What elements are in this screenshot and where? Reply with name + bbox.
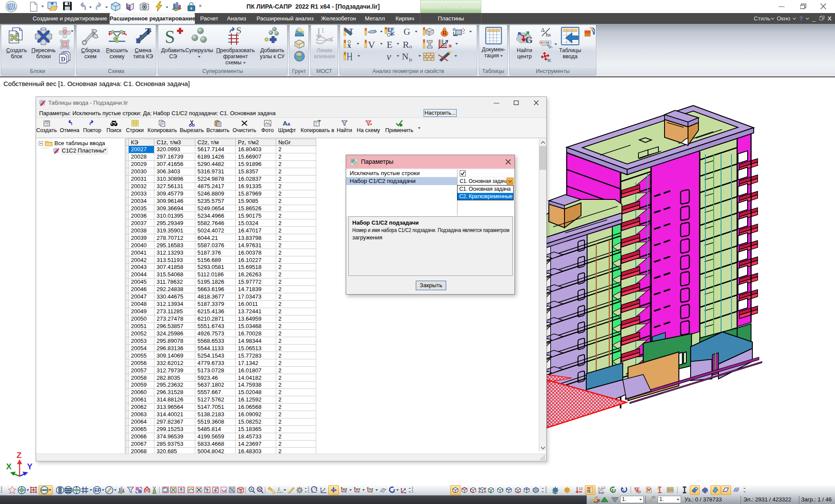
svg-text:12: 12 — [314, 487, 317, 490]
svg-text:1: 1 — [341, 486, 343, 490]
svg-text:E: E — [387, 39, 392, 50]
svg-text:1.24: 1.24 — [598, 492, 604, 494]
svg-text:G: G — [525, 34, 533, 45]
svg-text:Z: Z — [17, 451, 22, 460]
svg-text:A: A — [283, 119, 287, 127]
svg-text:1.2: 1.2 — [601, 486, 605, 489]
svg-text:a: a — [287, 121, 291, 126]
svg-text:Б: Б — [588, 491, 589, 493]
svg-text:1: 1 — [321, 27, 324, 34]
svg-text:D: D — [61, 56, 65, 63]
svg-text:σ: σ — [453, 27, 456, 32]
svg-text:Y: Y — [27, 462, 33, 471]
svg-text:YZ: YZ — [369, 487, 373, 491]
svg-text:Δ: Δ — [541, 27, 544, 33]
svg-text:No: No — [594, 500, 598, 504]
svg-text:T: T — [349, 27, 353, 33]
svg-text:EF: EF — [94, 487, 100, 493]
svg-text:XY: XY — [356, 487, 361, 491]
svg-text:1: 1 — [367, 486, 369, 490]
svg-text:tc: tc — [548, 57, 551, 63]
svg-text:R: R — [403, 39, 409, 50]
svg-text:1: 1 — [623, 489, 625, 493]
svg-text:ν: ν — [387, 51, 391, 62]
svg-text:N: N — [402, 51, 408, 62]
svg-text:XZ: XZ — [343, 487, 347, 491]
svg-text:R: R — [442, 30, 447, 36]
svg-text:T: T — [145, 27, 151, 36]
svg-text:hs: hs — [546, 31, 551, 38]
svg-text:G: G — [404, 27, 410, 36]
svg-text:o: o — [409, 43, 412, 50]
svg-text:V: V — [368, 40, 375, 50]
svg-text:1: 1 — [354, 486, 356, 490]
svg-text:12: 12 — [579, 487, 583, 491]
svg-text:X: X — [6, 462, 12, 471]
svg-text:js: js — [408, 56, 412, 62]
svg-text:x: x — [347, 42, 351, 49]
svg-text:L: L — [277, 486, 281, 491]
svg-text:S: S — [165, 27, 175, 46]
